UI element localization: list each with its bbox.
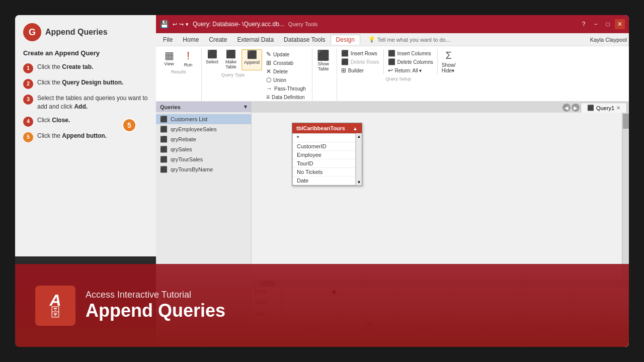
- tell-me-bar: 💡 Tell me what you want to do...: [364, 35, 454, 44]
- builder-button[interactable]: ⊞ Builder: [339, 66, 381, 74]
- user-name: Kayla Claypool: [590, 37, 627, 43]
- brand-circle: G: [23, 23, 41, 41]
- append-button[interactable]: ⬛ Append: [242, 49, 262, 70]
- insert-columns-label: Insert Columns: [397, 51, 431, 56]
- show-table-button[interactable]: ⬛ ShowTable: [314, 49, 333, 72]
- query-tabs: ◀ ▶ ⬛ Query1 ✕: [252, 102, 629, 113]
- quick-access-arrow: ▾: [186, 21, 189, 28]
- qrysales-icon: ⬛: [160, 146, 168, 153]
- make-table-button[interactable]: ⬛ MakeTable: [221, 49, 240, 70]
- step-1-text: Click the Create tab.: [37, 63, 93, 71]
- delete-columns-button[interactable]: ⬛ Delete Columns: [386, 58, 435, 66]
- menu-design[interactable]: Design: [331, 35, 360, 45]
- crosstab-icon: ⊞: [266, 59, 271, 66]
- menu-external-data[interactable]: External Data: [232, 35, 279, 44]
- qrytoursbyname-icon: ⬛: [160, 166, 168, 173]
- return-button[interactable]: ↩ Return: All ▾: [386, 66, 435, 74]
- delete-button[interactable]: ✕ Delete: [264, 67, 308, 75]
- query-tools-label: Query Tools: [288, 21, 318, 27]
- show-hide-button[interactable]: Show/Hide▾: [440, 62, 458, 74]
- nav-item-qrysales[interactable]: ⬛ qrySales: [156, 144, 251, 154]
- undo-redo: ↩ ↪ ▾: [173, 21, 189, 28]
- redo-button[interactable]: ↪: [179, 21, 184, 28]
- view-icon: ▦: [165, 50, 174, 60]
- tab-left-arrow[interactable]: ◀: [562, 104, 571, 112]
- table-title: tblCaribbeanTours: [296, 125, 345, 131]
- left-panel: G Append Queries Create an Append Query …: [15, 15, 156, 256]
- ribbon: ▦ View ! Run Results ⬛ Select: [156, 46, 629, 102]
- builder-icon: ⊞: [341, 67, 346, 74]
- table-field-customerid: CustomerID: [293, 142, 355, 151]
- nav-item-qryrebate[interactable]: ⬛ qryRebate: [156, 134, 251, 144]
- qrytoursales-label: qryTourSales: [171, 156, 203, 162]
- nav-item-qrytoursales[interactable]: ⬛ qryTourSales: [156, 154, 251, 164]
- menu-bar: File Home Create External Data Database …: [156, 33, 629, 46]
- view-button[interactable]: ▦ View: [160, 49, 178, 67]
- menu-database-tools[interactable]: Database Tools: [279, 35, 331, 44]
- menu-file[interactable]: File: [158, 35, 178, 44]
- nav-header: Queries ▾: [156, 102, 251, 112]
- window-title: Query: Database- \Query.acc.db...: [193, 21, 284, 28]
- step-2: 2 Click the Query Design button.: [23, 78, 148, 89]
- crosstab-label: Crosstab: [273, 60, 293, 66]
- ribbon-group-query-setup: ⬛ Insert Rows ⬛ Delete Rows ⊞ Builder: [337, 48, 462, 101]
- customers-list-icon: ⬛: [160, 116, 168, 123]
- pass-through-icon: →: [266, 85, 272, 92]
- table-scroll-up-arrow[interactable]: ▲: [356, 134, 362, 139]
- insert-rows-icon: ⬛: [341, 50, 349, 57]
- union-label: Union: [273, 77, 286, 83]
- results-buttons: ▦ View ! Run: [160, 49, 197, 68]
- overlay-text: Access Interactive Tutorial Append Queri…: [86, 290, 225, 321]
- tab-right-arrow[interactable]: ▶: [572, 104, 580, 112]
- query-tab-query1[interactable]: ⬛ Query1 ✕: [581, 103, 627, 113]
- close-button[interactable]: ✕: [615, 19, 625, 29]
- tab-nav-arrows: ◀ ▶: [562, 104, 580, 112]
- query-tab-icon: ⬛: [587, 105, 594, 111]
- nav-item-qryemployeesales[interactable]: ⬛ qryEmployeeSales: [156, 124, 251, 134]
- table-tblcaribbeantoers: tblCaribbeanTours ▲ * CustomerID Employe…: [292, 123, 362, 186]
- table-scroll-up[interactable]: ▲: [353, 126, 358, 131]
- menu-home[interactable]: Home: [178, 35, 204, 44]
- query-tab-close[interactable]: ✕: [616, 105, 620, 111]
- update-button[interactable]: ✎ Update: [264, 50, 308, 58]
- table-field-star: *: [293, 134, 355, 142]
- qrysales-label: qrySales: [171, 146, 192, 152]
- nav-item-qrytoursbyname[interactable]: ⬛ qryToursByName: [156, 164, 251, 174]
- crosstab-button[interactable]: ⊞ Crosstab: [264, 59, 308, 67]
- qrytoursbyname-label: qryToursByName: [171, 166, 213, 172]
- maximize-button[interactable]: □: [603, 19, 613, 29]
- select-button[interactable]: ⬛ Select: [204, 49, 220, 70]
- undo-button[interactable]: ↩: [173, 21, 177, 28]
- table-scroll-down-arrow[interactable]: ▼: [356, 180, 362, 185]
- minimize-button[interactable]: −: [591, 19, 601, 29]
- union-button[interactable]: ⬡ Union: [264, 76, 308, 84]
- pass-through-button[interactable]: → Pass-Through: [264, 84, 308, 93]
- design-view-scrollbar[interactable]: [622, 113, 629, 287]
- table-field-date: Date: [293, 176, 355, 185]
- append-icon: ⬛: [247, 51, 257, 59]
- tell-me-text[interactable]: Tell me what you want to do...: [377, 37, 450, 43]
- insert-columns-button[interactable]: ⬛ Insert Columns: [386, 49, 435, 57]
- show-hide-label: Show/Hide▾: [442, 62, 456, 73]
- nav-expand-icon[interactable]: ▾: [244, 104, 247, 110]
- help-button[interactable]: ?: [579, 19, 589, 29]
- step-5-num: 5: [23, 132, 33, 142]
- insert-rows-button[interactable]: ⬛ Insert Rows: [339, 49, 381, 57]
- brand-logo: G Append Queries: [23, 23, 148, 41]
- screen-container: G Append Queries Create an Append Query …: [15, 15, 629, 347]
- table-field-notickets: No Tickets: [293, 168, 355, 176]
- table-field-tourid: TourID: [293, 159, 355, 168]
- sigma-button[interactable]: Σ: [440, 49, 458, 61]
- step-3-num: 3: [23, 95, 33, 105]
- delete-rows-button[interactable]: ⬛ Delete Rows: [339, 58, 381, 66]
- step-3-text: Select the tables and queries you want t…: [37, 94, 148, 111]
- menu-create[interactable]: Create: [204, 35, 232, 44]
- step-2-text: Click the Query Design button.: [37, 78, 123, 87]
- step-1: 1 Click the Create tab.: [23, 63, 148, 73]
- data-definition-button[interactable]: ≡ Data Definition: [264, 93, 308, 101]
- delete-rows-label: Delete Rows: [351, 59, 379, 65]
- select-label: Select: [206, 59, 218, 64]
- nav-item-customers-list[interactable]: ⬛ Customers List: [156, 114, 251, 124]
- step-4-num: 4: [23, 117, 33, 127]
- run-button[interactable]: ! Run: [179, 49, 197, 68]
